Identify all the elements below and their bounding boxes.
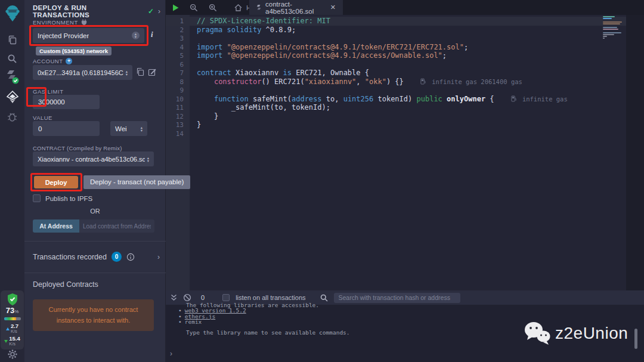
value-unit-select[interactable]: Wei ▴▾ [110, 121, 147, 136]
solidity-file-icon [256, 4, 261, 11]
remix-ide-window: 73% 2.7K/s 15.4K/s DEPLOY & RUN TRANSACT… [0, 0, 644, 362]
upload-speed: 2.7K/s [6, 323, 18, 334]
transactions-recorded-row[interactable]: Transactions recorded 0 › [33, 252, 160, 262]
network-status-widget: 73% 2.7K/s 15.4K/s [1, 290, 24, 349]
terminal-line[interactable]: •ethers.js [166, 314, 644, 319]
divider [24, 273, 166, 273]
icon-bar: 73% 2.7K/s 15.4K/s [0, 0, 24, 362]
environment-label: ENVIRONMENT [33, 19, 87, 26]
terminal-search-input[interactable] [334, 293, 460, 303]
deploy-run-panel: DEPLOY & RUN TRANSACTIONS ✓ › ENVIRONMEN… [24, 0, 166, 362]
file-explorer-icon[interactable] [0, 33, 24, 47]
gas-limit-label: GAS LIMIT [33, 88, 63, 95]
no-instances-alert: Currently you have no contract instances… [33, 299, 154, 331]
terminal-prompt[interactable]: › [170, 349, 172, 358]
contract-select[interactable]: Xiaoxiannv - contract-a4be513c06.sol ▴▾ [33, 151, 154, 166]
code-line: 4import "@openzeppelin/contracts@4.9.1/t… [166, 43, 626, 52]
code-line: 3 [166, 34, 626, 43]
environment-select[interactable]: Injected Provider ▴▾ [33, 28, 144, 43]
plug-icon [81, 19, 87, 26]
select-stepper-icon: ▴▾ [141, 126, 143, 132]
transactions-count-badge: 0 [112, 252, 122, 262]
editor-tab-bar: Home contract-a4be513c06.sol ✕ [166, 0, 644, 15]
remix-logo[interactable] [0, 4, 24, 24]
at-address-button[interactable]: At Address [33, 219, 79, 233]
percent-indicator: 73% [6, 306, 19, 316]
gas-limit-input[interactable] [33, 95, 100, 109]
select-stepper-icon: ▴▾ [147, 156, 149, 162]
terminal-line[interactable]: •web3 version 1.5.2 [166, 308, 644, 313]
gas-estimate-hint: infinite gas [511, 95, 568, 103]
copy-icon[interactable] [136, 67, 144, 79]
debugger-icon[interactable] [0, 109, 24, 123]
publish-ipfs-checkbox[interactable] [33, 194, 41, 202]
progress-gradient-bar [4, 317, 21, 320]
or-label: OR [24, 208, 166, 215]
deployed-contracts-heading: Deployed Contracts [33, 280, 98, 289]
check-icon: ✓ [148, 7, 154, 16]
shield-check-icon [7, 293, 18, 306]
transactions-recorded-label: Transactions recorded [33, 253, 107, 261]
panel-title-text: DEPLOY & RUN TRANSACTIONS [33, 4, 144, 18]
tab-contract-file[interactable]: contract-a4be513c06.sol ✕ [249, 0, 343, 15]
value-input[interactable] [33, 121, 100, 136]
collapse-terminal-icon[interactable] [171, 294, 177, 301]
close-tab-icon[interactable]: ✕ [330, 4, 336, 11]
code-line: 1// SPDX-License-Identifier: MIT [166, 17, 626, 26]
account-select[interactable]: 0xE27...3491a (0.61819456C ▴▾ [33, 65, 132, 80]
listen-all-transactions-checkbox[interactable] [222, 294, 230, 301]
code-line: 12 } [166, 112, 626, 121]
search-icon[interactable] [0, 51, 24, 66]
download-speed: 15.4K/s [4, 336, 20, 346]
listened-tx-count: 0 [201, 294, 205, 301]
network-badge: Custom (534353) network [36, 47, 112, 55]
zoom-out-icon[interactable] [184, 0, 203, 15]
terminal-scrollbar[interactable] [634, 329, 637, 349]
deploy-run-icon[interactable] [0, 89, 24, 105]
chevron-right-icon[interactable]: › [157, 253, 160, 261]
account-label: ACCOUNT + [33, 58, 72, 64]
editor-right-gutter [626, 15, 644, 290]
publish-ipfs-label: Publish to IPFS [45, 195, 92, 202]
home-icon [234, 4, 242, 11]
clear-console-icon[interactable] [183, 293, 191, 302]
code-line: 5import "@openzeppelin/contracts@4.9.1/a… [166, 51, 626, 60]
gas-estimate-hint: infinite gas 2061400 gas [420, 78, 522, 85]
watermark-text: z2eUnion [555, 324, 628, 343]
panel-title: DEPLOY & RUN TRANSACTIONS ✓ › [33, 4, 160, 18]
code-editor[interactable]: 1// SPDX-License-Identifier: MIT2pragma … [166, 15, 644, 290]
code-line: 14 [166, 129, 626, 138]
publish-ipfs-row: Publish to IPFS [33, 194, 92, 202]
watermark: z2eUnion [522, 320, 628, 346]
settings-gear-icon[interactable] [0, 348, 24, 361]
code-line: 10 function safeMint(address to, uint256… [166, 95, 626, 104]
divider [24, 241, 166, 242]
select-stepper-icon: ▴▾ [132, 32, 140, 39]
code-line: 6 [166, 60, 626, 69]
chevron-right-icon[interactable]: › [158, 7, 160, 16]
search-icon [320, 294, 328, 302]
zoom-in-icon[interactable] [203, 0, 222, 15]
code-line: 9 [166, 86, 626, 95]
code-line: 8 constructor() ERC721("xiaoxiannv", "ok… [166, 78, 626, 86]
at-address-input[interactable] [79, 219, 154, 233]
listen-all-transactions-label: listen on all transactions [236, 294, 305, 301]
environment-info-icon[interactable]: i [151, 30, 153, 39]
run-script-button[interactable] [167, 0, 184, 15]
contract-label: CONTRACT (Compiled by Remix) [33, 145, 122, 151]
add-account-icon[interactable]: + [66, 58, 72, 64]
info-circle-icon[interactable] [126, 253, 135, 261]
solidity-compiler-icon[interactable] [0, 68, 24, 86]
code-line: 13} [166, 120, 626, 129]
code-line: 7contract Xiaoxiannv is ERC721, Ownable … [166, 69, 626, 78]
upload-arrow-icon [6, 327, 10, 330]
wechat-icon [522, 320, 552, 346]
deploy-tooltip: Deploy - transact (not payable) [83, 175, 190, 189]
value-label: VALUE [33, 115, 52, 121]
edit-icon[interactable] [148, 67, 156, 79]
code-line: 11 _safeMint(to, tokenId); [166, 103, 626, 112]
editor-minimap[interactable] [603, 16, 623, 39]
download-arrow-icon [4, 340, 8, 343]
select-stepper-icon: ▴▾ [126, 70, 128, 76]
deploy-button[interactable]: Deploy [34, 176, 78, 188]
